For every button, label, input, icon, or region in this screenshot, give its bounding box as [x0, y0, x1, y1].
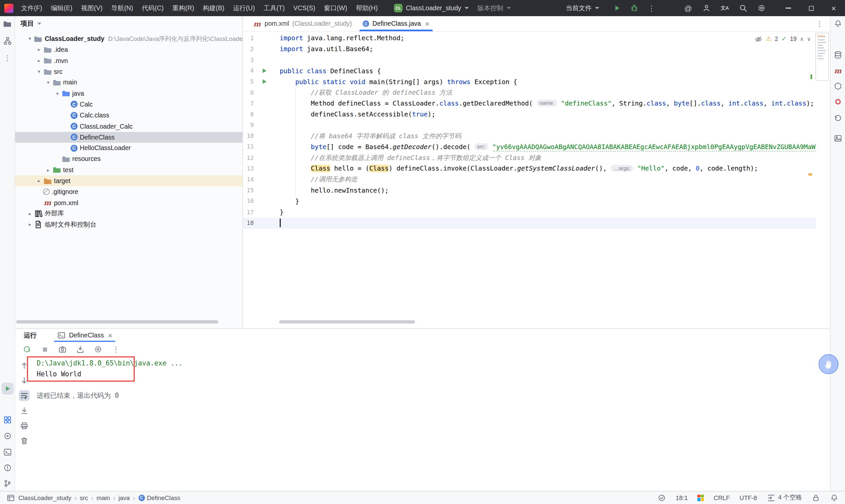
caret-position[interactable]: 18:1 [676, 494, 688, 501]
gutter-line-18[interactable]: 18 [243, 218, 280, 229]
file-encoding[interactable]: UTF-8 [740, 494, 757, 501]
gutter-line-17[interactable]: 17 [243, 207, 280, 218]
gutter-line-5[interactable]: 5 [243, 76, 280, 87]
notifications-icon[interactable] [832, 18, 844, 30]
tree-item-test[interactable]: ▸test [15, 165, 243, 176]
problems-icon[interactable] [1, 462, 13, 474]
chevron-right-icon[interactable]: ▸ [44, 167, 52, 173]
menu-代码(C)[interactable]: 代码(C) [137, 0, 168, 16]
tree-item-临时文件和控制台[interactable]: ▸临时文件和控制台 [15, 219, 243, 230]
translate-icon[interactable]: 文A [719, 2, 731, 14]
gutter-line-13[interactable]: 13 [243, 163, 280, 174]
tree-item-Calc.class[interactable]: CCalc.class [15, 110, 243, 121]
breadcrumb-item-ClassLoader_study[interactable]: ClassLoader_study [18, 494, 71, 501]
gutter-line-11[interactable]: 11 [243, 142, 280, 152]
chevron-right-icon[interactable]: ▸ [35, 47, 43, 52]
gutter-line-16[interactable]: 16 [243, 196, 280, 207]
print-icon[interactable] [19, 420, 30, 431]
tree-item-pom.xml[interactable]: mpom.xml [15, 197, 243, 208]
menu-重构(R)[interactable]: 重构(R) [168, 0, 199, 16]
editor-body[interactable]: 123456789101112131415161718 import java.… [243, 32, 830, 328]
minimize-button[interactable] [777, 0, 800, 16]
editor-code[interactable]: import java.lang.reflect.Method;import j… [280, 33, 816, 229]
gutter-line-9[interactable]: 9 [243, 120, 280, 131]
project-widget[interactable]: CL ClassLoader_study [390, 2, 473, 15]
notifications-icon[interactable] [830, 493, 839, 502]
chevron-right-icon[interactable]: ▸ [26, 222, 34, 227]
color-grid-icon[interactable] [697, 494, 704, 501]
run-icon[interactable] [1, 383, 13, 395]
editor-scrollbar[interactable] [279, 320, 415, 324]
tree-item-java[interactable]: ▾java [15, 88, 243, 99]
line-separator[interactable]: CRLF [713, 494, 730, 501]
gradle-icon[interactable] [832, 80, 844, 92]
profiler-icon[interactable] [832, 96, 844, 108]
menu-视图(V)[interactable]: 视图(V) [76, 0, 107, 16]
gutter-line-8[interactable]: 8 [243, 109, 280, 120]
tree-item-HelloClassLoader[interactable]: CHelloClassLoader [15, 143, 243, 154]
run-config-widget[interactable]: 当前文件 [562, 2, 604, 15]
tree-item-ClassLoader_Calc[interactable]: CClassLoader_Calc [15, 121, 243, 132]
settings-icon[interactable] [756, 2, 768, 14]
tree-item-ClassLoader_study[interactable]: ▾ClassLoader_studyD:\JavaCode\Java序列化与反序… [15, 33, 243, 44]
chevron-down-icon[interactable]: ▾ [35, 69, 43, 74]
services-icon[interactable] [1, 414, 13, 426]
terminal-icon[interactable] [1, 446, 13, 458]
gutter-line-10[interactable]: 10 [243, 131, 280, 142]
editor-gutter[interactable]: 123456789101112131415161718 [243, 33, 280, 229]
tree-item-main[interactable]: ▾main [15, 77, 243, 88]
tree-item-.gitignore[interactable]: .gitignore [15, 186, 243, 197]
more-icon[interactable]: ⋮ [110, 344, 122, 355]
close-icon[interactable]: × [425, 20, 429, 28]
at-icon[interactable]: @ [682, 2, 694, 14]
gutter-line-2[interactable]: 2 [243, 43, 280, 54]
menu-帮助(H)[interactable]: 帮助(H) [352, 0, 382, 16]
maximize-button[interactable] [800, 0, 823, 16]
database-icon[interactable] [832, 49, 844, 61]
run-gutter-icon[interactable] [258, 79, 270, 85]
more-icon[interactable]: ⋮ [645, 2, 657, 14]
breadcrumb-item-java[interactable]: java [119, 494, 130, 501]
collaborate-icon[interactable] [701, 2, 712, 14]
tree-item-resources[interactable]: resources [15, 154, 243, 165]
run-console-tab[interactable]: DefineClass × [53, 329, 117, 342]
menu-VCS(S)[interactable]: VCS(S) [289, 0, 319, 16]
chevron-down-icon[interactable]: ▾ [26, 36, 34, 41]
project-panel-header[interactable]: 项目 [15, 16, 243, 31]
chevron-right-icon[interactable]: ▸ [35, 58, 43, 63]
chevron-right-icon[interactable]: ▸ [35, 178, 43, 183]
stop-icon[interactable] [39, 344, 50, 355]
debug-icon[interactable] [628, 2, 640, 14]
rerun-icon[interactable] [21, 344, 32, 355]
breadcrumb-item-DefineClass[interactable]: CDefineClass [138, 494, 180, 501]
tree-item-.mvn[interactable]: ▸.mvn [15, 55, 243, 66]
editor-tab-pom.xml[interactable]: mpom.xml(ClassLoader_study) [247, 16, 357, 31]
menu-导航(N)[interactable]: 导航(N) [107, 0, 137, 16]
dump-icon[interactable] [57, 344, 68, 355]
project-tree[interactable]: ▾ClassLoader_studyD:\JavaCode\Java序列化与反序… [15, 31, 243, 323]
gutter-line-12[interactable]: 12 [243, 152, 280, 163]
breadcrumb-item-main[interactable]: main [97, 494, 110, 501]
gutter-line-1[interactable]: 1 [243, 33, 280, 44]
gutter-line-7[interactable]: 7 [243, 98, 280, 109]
tree-item-.idea[interactable]: ▸.idea [15, 44, 243, 55]
gutter-line-14[interactable]: 14 [243, 174, 280, 185]
close-button[interactable]: × [822, 0, 845, 16]
tree-item-Calc[interactable]: CCalc [15, 99, 243, 110]
scrollend-icon[interactable] [19, 406, 30, 416]
next-problem-icon[interactable]: ∨ [807, 36, 811, 42]
maven-icon[interactable]: m [832, 65, 844, 76]
endpoints-icon[interactable] [1, 430, 13, 442]
history-icon[interactable] [832, 112, 844, 124]
structure-icon[interactable] [1, 35, 13, 47]
chevron-down-icon[interactable]: ▾ [53, 91, 62, 96]
chevron-right-icon[interactable]: ▸ [26, 211, 34, 216]
menu-构建(B)[interactable]: 构建(B) [199, 0, 228, 16]
assets-icon[interactable] [832, 132, 844, 144]
run-icon[interactable] [611, 2, 623, 14]
close-icon[interactable]: × [108, 331, 112, 339]
status-indicator-icon[interactable] [657, 493, 666, 502]
tree-item-DefineClass[interactable]: CDefineClass [15, 132, 243, 143]
menu-编辑(E)[interactable]: 编辑(E) [47, 0, 76, 16]
softwrap-icon[interactable] [19, 390, 30, 401]
